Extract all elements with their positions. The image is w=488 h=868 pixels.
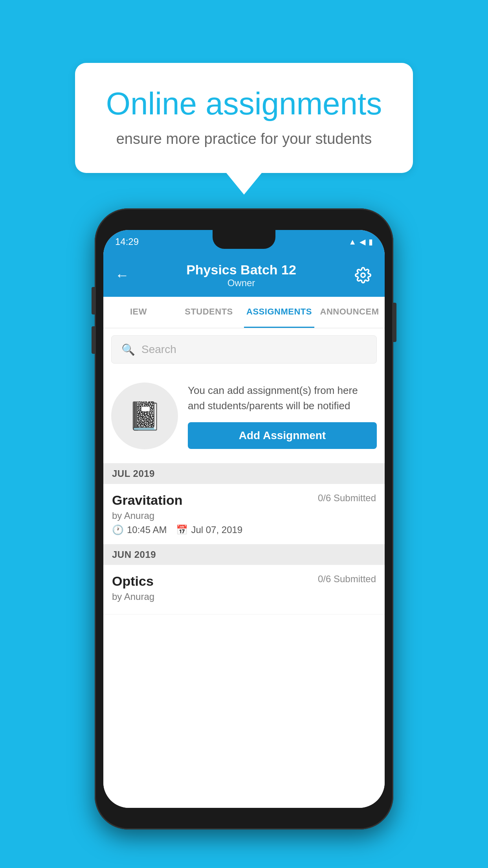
header-center: Physics Batch 12 Owner (186, 262, 296, 289)
tab-assignments[interactable]: ASSIGNMENTS (244, 297, 314, 328)
assignment-submitted: 0/6 Submitted (318, 493, 376, 504)
speech-bubble-title: Online assignments (103, 86, 385, 121)
search-container: 🔍 Search (103, 328, 385, 371)
assignment-row-optics: Optics 0/6 Submitted (112, 574, 376, 589)
header-subtitle: Owner (186, 278, 296, 289)
speech-bubble-tail (226, 173, 262, 195)
signal-icon: ◀ (360, 237, 365, 246)
screen-inner: 14:29 ▲ ◀ ▮ ← Physics Batch 12 Owner (103, 230, 385, 808)
tab-students[interactable]: STUDENTS (174, 297, 244, 328)
assignment-title: Gravitation (112, 493, 182, 508)
section-header-jun: JUN 2019 (103, 544, 385, 565)
side-button-left1 (92, 287, 95, 314)
speech-bubble-container: Online assignments ensure more practice … (75, 63, 413, 195)
empty-icon-circle: 📓 (111, 383, 178, 449)
notebook-icon: 📓 (128, 400, 162, 432)
phone-screen: 14:29 ▲ ◀ ▮ ← Physics Batch 12 Owner (103, 230, 385, 808)
tab-iew[interactable]: IEW (103, 297, 174, 328)
battery-icon: ▮ (369, 237, 373, 246)
assignment-date: Jul 07, 2019 (191, 524, 242, 535)
tabs-bar: IEW STUDENTS ASSIGNMENTS ANNOUNCEM (103, 297, 385, 328)
search-icon: 🔍 (121, 343, 135, 356)
search-placeholder: Search (141, 343, 176, 356)
phone-wrapper: 14:29 ▲ ◀ ▮ ← Physics Batch 12 Owner (95, 208, 393, 829)
content-area: 🔍 Search 📓 You can add assignment(s) fro… (103, 328, 385, 808)
assignment-submitted-optics: 0/6 Submitted (318, 574, 376, 585)
status-icons: ▲ ◀ ▮ (349, 237, 373, 246)
header-title: Physics Batch 12 (186, 262, 296, 278)
svg-point-0 (361, 273, 365, 278)
date-detail: 📅 Jul 07, 2019 (176, 524, 242, 535)
status-time: 14:29 (115, 236, 139, 247)
back-button[interactable]: ← (115, 267, 129, 283)
tab-announcements[interactable]: ANNOUNCEM (314, 297, 385, 328)
wifi-icon: ▲ (349, 237, 356, 246)
add-assignment-button[interactable]: Add Assignment (188, 422, 377, 449)
settings-button[interactable] (353, 265, 373, 285)
phone-notch (213, 230, 275, 249)
phone-frame: 14:29 ▲ ◀ ▮ ← Physics Batch 12 Owner (95, 208, 393, 829)
assignment-item-optics[interactable]: Optics 0/6 Submitted by Anurag (103, 565, 385, 614)
assignment-meta: by Anurag (112, 510, 376, 521)
side-button-left2 (92, 326, 95, 354)
search-bar[interactable]: 🔍 Search (111, 335, 377, 364)
empty-text-area: You can add assignment(s) from here and … (188, 383, 377, 449)
side-button-right (393, 303, 396, 342)
assignment-details: 🕐 10:45 AM 📅 Jul 07, 2019 (112, 524, 376, 535)
calendar-icon: 📅 (176, 524, 188, 535)
app-header: ← Physics Batch 12 Owner (103, 254, 385, 297)
empty-description: You can add assignment(s) from here and … (188, 383, 377, 414)
assignment-meta-optics: by Anurag (112, 591, 376, 602)
speech-bubble-subtitle: ensure more practice for your students (103, 131, 385, 147)
assignment-title-optics: Optics (112, 574, 154, 589)
time-detail: 🕐 10:45 AM (112, 524, 167, 535)
assignment-row: Gravitation 0/6 Submitted (112, 493, 376, 508)
speech-bubble: Online assignments ensure more practice … (75, 63, 413, 173)
assignment-time: 10:45 AM (127, 524, 167, 535)
assignment-item-gravitation[interactable]: Gravitation 0/6 Submitted by Anurag 🕐 10… (103, 484, 385, 544)
empty-state: 📓 You can add assignment(s) from here an… (103, 371, 385, 463)
clock-icon: 🕐 (112, 524, 124, 535)
section-header-jul: JUL 2019 (103, 463, 385, 484)
